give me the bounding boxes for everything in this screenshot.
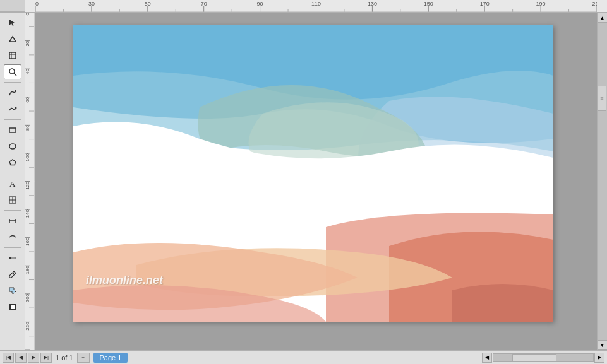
svg-line-19 (13, 273, 15, 274)
nav-prev-btn[interactable]: ◀ (15, 353, 27, 363)
tool-rectangle[interactable] (4, 122, 21, 138)
vertical-ruler-canvas (25, 13, 35, 350)
tool-table[interactable] (4, 192, 21, 208)
tool-fill[interactable] (4, 283, 21, 298)
tool-pointer[interactable] (4, 15, 21, 30)
status-bar: |◀ ◀ ▶ ▶| 1 of 1 + Page 1 ◀ ▶ (0, 350, 607, 364)
scroll-right-btn[interactable]: ▶ (594, 353, 604, 363)
separator-2 (4, 119, 21, 120)
svg-marker-8 (9, 160, 16, 165)
scroll-grip: ≡ (600, 95, 603, 102)
svg-line-4 (14, 73, 16, 76)
vertical-scrollbar[interactable]: ▲ ≡ ▼ (597, 13, 607, 350)
scroll-left-btn[interactable]: ◀ (482, 353, 492, 363)
scroll-thumb-h[interactable] (512, 354, 556, 361)
horizontal-ruler (35, 0, 597, 12)
separator-4 (4, 210, 21, 211)
ruler-corner-v (25, 0, 35, 12)
svg-rect-20 (10, 305, 15, 310)
scroll-track-v[interactable]: ≡ (598, 23, 608, 340)
scroll-down-btn[interactable]: ▼ (598, 340, 608, 350)
svg-point-7 (9, 144, 16, 149)
separator-5 (4, 247, 21, 248)
tool-ellipse[interactable] (4, 139, 21, 154)
nav-last-btn[interactable]: ▶| (40, 353, 52, 363)
horizontal-ruler-canvas (35, 0, 597, 12)
horizontal-scrollbar[interactable]: ◀ ▶ (482, 353, 604, 363)
tool-crop[interactable] (4, 48, 21, 63)
tool-smartdraw[interactable] (4, 102, 21, 117)
tool-dropper[interactable] (4, 267, 21, 282)
svg-point-16 (9, 257, 11, 259)
tool-zoom[interactable] (4, 64, 21, 79)
tool-blend[interactable] (4, 250, 21, 266)
tool-freehand[interactable] (4, 85, 21, 100)
tool-outline[interactable] (4, 300, 21, 315)
svg-point-3 (9, 69, 15, 74)
ruler-right-corner (597, 0, 607, 12)
tool-shape[interactable] (4, 32, 21, 47)
add-page-btn[interactable]: + (77, 353, 90, 363)
page-tab[interactable]: Page 1 (93, 353, 128, 363)
toolbox: A (0, 13, 25, 350)
artwork-svg (73, 25, 553, 322)
svg-text:A: A (9, 179, 16, 188)
separator-1 (4, 82, 21, 83)
tool-dimension[interactable] (4, 213, 21, 228)
tool-polygon[interactable] (4, 155, 21, 170)
tool-text[interactable]: A (4, 176, 21, 191)
page-indicator: 1 of 1 (53, 354, 76, 361)
vertical-ruler (25, 13, 35, 350)
svg-point-5 (15, 107, 16, 109)
scroll-thumb-v[interactable]: ≡ (598, 86, 606, 111)
svg-point-17 (14, 257, 16, 259)
page-canvas: ilmuonline.net (73, 25, 553, 322)
svg-rect-6 (9, 128, 16, 132)
scroll-track-h[interactable] (493, 353, 594, 362)
nav-next-btn[interactable]: ▶ (28, 353, 39, 363)
scroll-up-btn[interactable]: ▲ (598, 13, 608, 23)
svg-rect-0 (9, 52, 16, 59)
canvas-workspace[interactable]: ilmuonline.net (35, 13, 597, 350)
tool-connector[interactable] (4, 230, 21, 245)
ruler-corner (0, 0, 25, 12)
separator-3 (4, 173, 21, 173)
nav-first-btn[interactable]: |◀ (3, 353, 14, 363)
